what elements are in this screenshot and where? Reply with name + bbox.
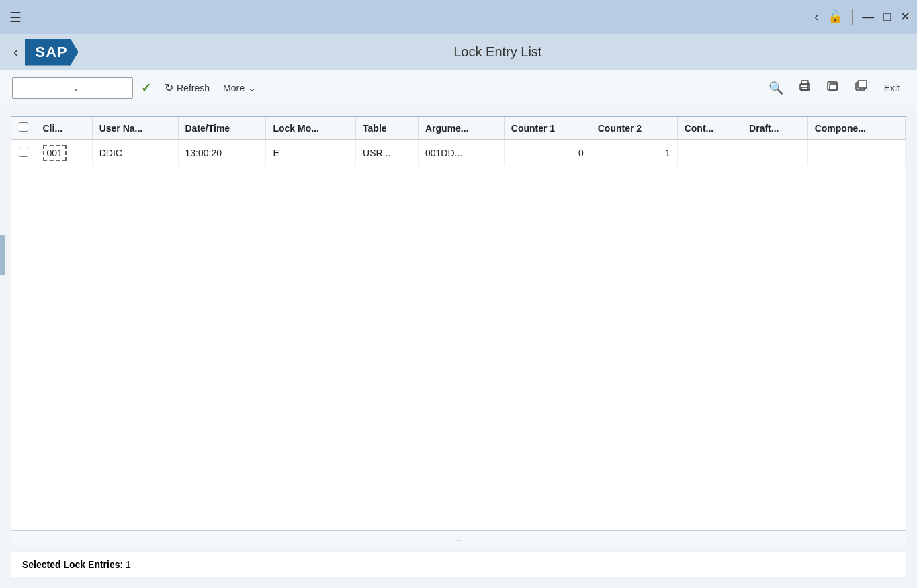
restore-icon [855, 79, 868, 93]
toolbar: ⌄ ✓ ↻ Refresh More ⌄ 🔍 [0, 70, 917, 105]
refresh-label: Refresh [177, 83, 210, 93]
maximize-icon[interactable]: □ [883, 10, 891, 24]
row-counter1: 0 [504, 140, 591, 166]
row-draft [742, 140, 808, 166]
col-client[interactable]: Cli... [36, 117, 92, 140]
main-content: Cli... User Na... Date/Time Lock Mo... T… [0, 105, 917, 588]
col-counter1[interactable]: Counter 1 [504, 117, 591, 140]
col-table[interactable]: Table [356, 117, 419, 140]
table-footer-dots: .... [11, 530, 906, 546]
col-datetime[interactable]: Date/Time [178, 117, 266, 140]
restore-button[interactable] [850, 77, 872, 99]
lock-entries-table: Cli... User Na... Date/Time Lock Mo... T… [11, 117, 906, 166]
more-chevron-icon: ⌄ [248, 83, 256, 93]
lock-icon[interactable]: 🔓 [828, 9, 842, 24]
row-username: DDIC [92, 140, 178, 166]
toolbar-dropdown[interactable]: ⌄ [12, 77, 133, 99]
client-value: 001 [43, 145, 67, 161]
row-checkbox[interactable] [19, 148, 28, 157]
col-cont[interactable]: Cont... [677, 117, 742, 140]
col-username[interactable]: User Na... [92, 117, 178, 140]
more-button[interactable]: More ⌄ [218, 80, 261, 96]
exit-button[interactable]: Exit [879, 80, 905, 96]
window-controls: ‹ 🔓 — □ ✕ [814, 9, 910, 25]
print-button[interactable] [794, 77, 816, 99]
more-label: More [223, 83, 245, 93]
col-draft[interactable]: Draft... [742, 117, 808, 140]
svg-rect-5 [830, 84, 837, 90]
minimize-icon[interactable]: — [862, 10, 874, 24]
status-bar: Selected Lock Entries: 1 [11, 552, 906, 577]
row-component [807, 140, 905, 166]
row-cont [677, 140, 742, 166]
col-component[interactable]: Compone... [807, 117, 905, 140]
sap-logo-container: SAP [25, 39, 79, 66]
table-container: Cli... User Na... Date/Time Lock Mo... T… [11, 116, 906, 546]
expand-button[interactable] [822, 77, 844, 99]
hamburger-icon[interactable]: ☰ [9, 9, 21, 26]
col-lockmode[interactable]: Lock Mo... [266, 117, 356, 140]
refresh-button[interactable]: ↻ Refresh [159, 79, 215, 97]
expand-icon [826, 79, 840, 93]
row-lockmode: E [266, 140, 356, 166]
status-count: 1 [126, 559, 131, 570]
row-checkbox-cell[interactable] [11, 140, 36, 166]
print-icon [798, 79, 812, 93]
row-datetime: 13:00:20 [178, 140, 266, 166]
confirm-button[interactable]: ✓ [136, 78, 157, 98]
close-icon[interactable]: ✕ [900, 9, 910, 24]
separator [852, 9, 853, 25]
back-button[interactable]: ‹ [13, 44, 18, 60]
col-checkbox [11, 117, 36, 140]
header-row: Cli... User Na... Date/Time Lock Mo... T… [11, 117, 906, 140]
table-row[interactable]: 001 DDIC 13:00:20 E USR... 001DD... 0 1 [11, 140, 906, 166]
table-body: 001 DDIC 13:00:20 E USR... 001DD... 0 1 [11, 140, 906, 166]
page-title: Lock Entry List [92, 44, 904, 60]
svg-rect-7 [858, 81, 867, 88]
svg-rect-2 [801, 87, 808, 90]
back-nav-icon[interactable]: ‹ [814, 10, 818, 24]
sap-logo-text: SAP [36, 44, 68, 61]
col-counter2[interactable]: Counter 2 [591, 117, 677, 140]
search-button[interactable]: 🔍 [765, 78, 787, 98]
title-bar: ☰ ‹ 🔓 — □ ✕ [0, 0, 917, 34]
table-scroll[interactable]: Cli... User Na... Date/Time Lock Mo... T… [11, 117, 906, 530]
row-table: USR... [356, 140, 419, 166]
svg-point-3 [807, 85, 809, 87]
resize-handle[interactable] [0, 235, 5, 275]
table-header: Cli... User Na... Date/Time Lock Mo... T… [11, 117, 906, 140]
row-counter2: 1 [591, 140, 677, 166]
header-bar: ‹ SAP Lock Entry List [0, 34, 917, 70]
status-label: Selected Lock Entries: [22, 559, 123, 570]
row-client: 001 [36, 140, 92, 166]
row-argument: 001DD... [418, 140, 504, 166]
sap-logo: SAP [25, 39, 79, 66]
refresh-icon: ↻ [165, 81, 173, 94]
select-all-checkbox[interactable] [19, 122, 28, 132]
check-icon: ✓ [141, 81, 151, 95]
col-argument[interactable]: Argume... [418, 117, 504, 140]
toolbar-right: 🔍 Exit [765, 77, 905, 99]
chevron-down-icon: ⌄ [73, 83, 127, 93]
